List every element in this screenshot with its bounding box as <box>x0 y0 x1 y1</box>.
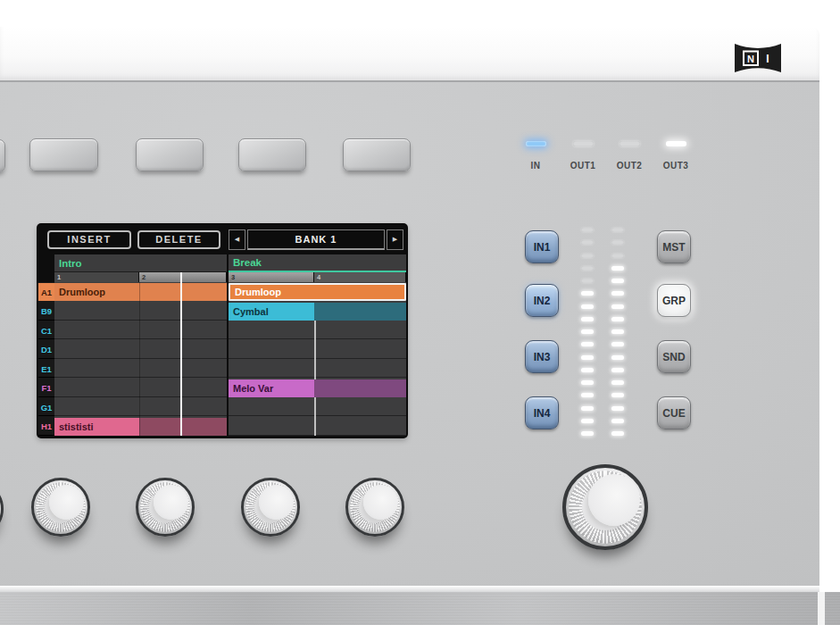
out3-led-label: OUT3 <box>656 161 695 171</box>
front-edge-highlight <box>0 586 819 592</box>
bank-label: BANK 1 <box>247 229 385 250</box>
master-knob[interactable] <box>562 464 648 550</box>
pattern-cell-melo-var[interactable]: Melo Var <box>229 379 314 397</box>
column-header-1: 1 <box>54 272 139 282</box>
brushed-metal-edge <box>0 592 840 625</box>
pattern-cell-stististi[interactable]: stististi <box>54 418 139 436</box>
soft-button-3[interactable] <box>238 138 306 171</box>
bank-next-icon[interactable]: ▶ <box>387 229 403 250</box>
soft-button-2[interactable] <box>136 138 204 171</box>
row-label-e1[interactable]: E1 <box>38 360 54 378</box>
loop-end-line <box>314 321 316 436</box>
out2-led <box>620 141 640 146</box>
knob-3[interactable] <box>241 478 300 537</box>
grp-button[interactable]: GRP <box>657 284 691 317</box>
intro-lane <box>54 282 227 436</box>
bar-divider-line <box>139 282 140 436</box>
row-label-b9[interactable]: B9 <box>38 303 54 321</box>
out2-led-label: OUT2 <box>610 161 649 171</box>
row-label-f1[interactable]: F1 <box>38 379 54 397</box>
snd-button[interactable]: SND <box>657 340 691 373</box>
section-header-break[interactable]: Break <box>229 254 406 272</box>
knob-2[interactable] <box>136 478 195 537</box>
out1-led-label: OUT1 <box>563 161 603 171</box>
out1-led <box>573 141 594 146</box>
screen-toolbar: INSERT DELETE ◀ BANK 1 ▶ <box>37 224 407 254</box>
column-header-3: 3 <box>229 272 314 282</box>
display-screen: INSERT DELETE ◀ BANK 1 ▶ Intro Break 1 2… <box>37 224 407 438</box>
in1-button[interactable]: IN1 <box>525 230 559 263</box>
row-label-a1[interactable]: A1 <box>38 283 54 301</box>
level-meter-right <box>611 228 625 436</box>
out3-led <box>666 141 686 146</box>
mst-button[interactable]: MST <box>657 230 691 263</box>
in-led <box>526 141 546 146</box>
soft-button-4[interactable] <box>343 138 411 171</box>
top-edge-band: N I <box>0 27 819 82</box>
knob-0-partial[interactable] <box>0 480 4 538</box>
column-header-2: 2 <box>139 272 227 282</box>
pattern-cell-drumloop-break[interactable]: Drumloop <box>229 283 406 301</box>
cue-button[interactable]: CUE <box>657 396 691 429</box>
in-led-label: IN <box>516 161 555 171</box>
main-panel: IN OUT1 OUT2 OUT3 INSERT DELETE ◀ BANK 1… <box>0 82 819 586</box>
in3-button[interactable]: IN3 <box>525 340 559 373</box>
grid-corner <box>38 254 54 282</box>
ni-logo-icon: N I <box>734 41 782 75</box>
scene-grid: Intro Break 1 2 3 4 A1 B9 C1 D1 E1 F1 G1… <box>38 254 406 437</box>
metal-edge-gap <box>818 592 825 625</box>
level-meter-left <box>581 228 595 436</box>
knob-1[interactable] <box>31 478 90 537</box>
soft-button-1[interactable] <box>29 138 98 171</box>
pattern-cell-drumloop-intro[interactable]: Drumloop <box>54 283 227 301</box>
delete-button[interactable]: DELETE <box>137 230 220 249</box>
pattern-cell-cymbal-tail[interactable] <box>314 303 406 321</box>
row-label-h1[interactable]: H1 <box>38 418 54 436</box>
in4-button[interactable]: IN4 <box>525 396 559 429</box>
pattern-cell-stististi-tail[interactable] <box>139 418 227 436</box>
pattern-cell-cymbal[interactable]: Cymbal <box>229 303 314 321</box>
section-header-intro[interactable]: Intro <box>54 254 227 272</box>
soft-button-0-partial[interactable] <box>0 139 5 172</box>
bank-prev-icon[interactable]: ◀ <box>229 229 245 250</box>
row-label-d1[interactable]: D1 <box>38 341 54 359</box>
logo-letter-n: N <box>747 54 754 64</box>
pattern-cell-melo-var-tail[interactable] <box>314 379 406 397</box>
device-panel: N I IN OUT1 OUT2 OUT3 INSERT DELETE ◀ <box>0 0 840 625</box>
logo-letter-i: I <box>766 53 769 65</box>
bank-selector: ◀ BANK 1 ▶ <box>229 229 403 250</box>
knob-4[interactable] <box>345 478 404 537</box>
playhead-line <box>180 272 182 436</box>
insert-button[interactable]: INSERT <box>47 230 131 249</box>
row-label-g1[interactable]: G1 <box>38 398 54 416</box>
in2-button[interactable]: IN2 <box>525 284 559 317</box>
column-header-4: 4 <box>314 272 406 282</box>
row-label-c1[interactable]: C1 <box>38 321 54 339</box>
